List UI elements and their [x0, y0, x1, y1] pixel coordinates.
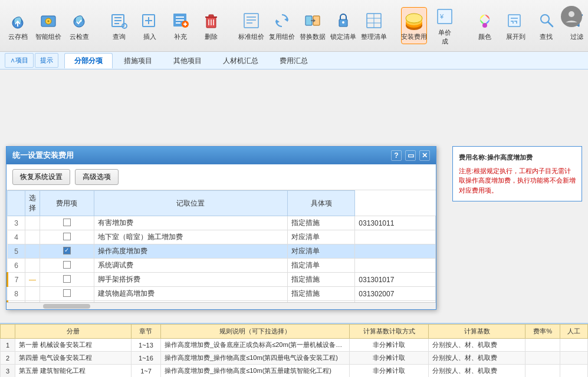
- toolbar-replace-data[interactable]: 替换数据: [300, 8, 326, 44]
- table-row-dash-icon: [25, 259, 40, 273]
- table-row-checkbox[interactable]: [63, 219, 71, 226]
- standard-price-icon: [241, 10, 262, 31]
- toolbar-install-cost[interactable]: 安装费用: [401, 7, 427, 44]
- cloud-archive-icon: [7, 10, 28, 31]
- table-row-label: 有害增加费: [94, 216, 288, 230]
- advanced-options-btn[interactable]: 高级选项: [75, 169, 119, 185]
- bottom-col-jisuan-jishu: 计算基数: [429, 325, 525, 339]
- dialog-table-container[interactable]: 选择 费用项 记取位置 具体项 3有害增加费指定措施0313010114地下室（…: [6, 190, 436, 302]
- bottom-row-fangshi: 非分摊计取: [350, 339, 429, 352]
- toolbar-cloud-check[interactable]: 云检查: [66, 8, 92, 44]
- bottom-row-jishu: 分别按人、材、机取费: [429, 352, 525, 365]
- table-row-position: 对应清单: [288, 244, 355, 259]
- svg-rect-22: [209, 15, 213, 17]
- unit-price-label: 单价成: [438, 28, 451, 46]
- toolbar-smart-price[interactable]: 智能组价: [35, 8, 61, 44]
- toolbar-cloud-archive[interactable]: 云存档: [5, 8, 31, 44]
- restore-system-btn[interactable]: 恢复系统设置: [12, 169, 70, 185]
- table-row-checkbox[interactable]: [63, 247, 71, 254]
- standard-price-label: 标准组价: [238, 32, 264, 41]
- table-row-checkbox-cell[interactable]: [40, 230, 94, 244]
- tab-feiyonghuizong[interactable]: 费用汇总: [270, 53, 318, 68]
- table-row-num: 4: [8, 230, 25, 244]
- table-row-checkbox-cell[interactable]: [40, 259, 94, 273]
- table-row[interactable]: 5操作高度增加费对应清单: [8, 244, 436, 259]
- toolbar-lock-list[interactable]: 锁定清单: [330, 8, 356, 44]
- bottom-row-feilv: [525, 339, 560, 352]
- bottom-table-row[interactable]: 3第五册 建筑智能化工程1~7操作高度增加费_操作物高度≤10m(第五册建筑智能…: [1, 365, 588, 378]
- toolbar-organize-list[interactable]: 整理清单: [361, 8, 387, 44]
- supplement-label: 补充: [174, 32, 187, 41]
- cloud-check-label: 云检查: [70, 32, 89, 41]
- table-row-checkbox-cell[interactable]: [40, 244, 94, 259]
- table-row[interactable]: 6系统调试费指定清单: [8, 259, 436, 273]
- tab-fenbufenxiang[interactable]: 分部分项: [64, 53, 113, 68]
- replace-data-label: 替换数据: [300, 32, 326, 41]
- scrollbar-thumb[interactable]: [43, 304, 90, 309]
- table-row-checkbox[interactable]: [63, 233, 71, 240]
- delete-label: 删除: [205, 32, 218, 41]
- dialog-toolbar: 恢复系统设置 高级选项: [6, 164, 436, 190]
- toolbar-query[interactable]: 查询: [106, 8, 132, 44]
- table-row-checkbox[interactable]: [63, 261, 71, 269]
- toolbar-unit-price[interactable]: ¥ 单价成: [432, 4, 458, 48]
- find-icon: [536, 10, 557, 31]
- tab-cuoshixiangmu[interactable]: 措施项目: [114, 53, 162, 68]
- bottom-col-rengong: 人工: [560, 325, 588, 339]
- user-avatar[interactable]: [561, 6, 582, 27]
- tab-qitaxiangmu[interactable]: 其他项目: [163, 53, 212, 68]
- bottom-table-row[interactable]: 2第四册 电气设备安装工程1~16操作高度增加费_操作物高度≤10m(第四册电气…: [1, 352, 588, 365]
- bottom-row-ce: 第五册 建筑智能化工程: [15, 365, 132, 378]
- toolbar-reuse-price[interactable]: 复用组价: [269, 8, 295, 44]
- table-row-checkbox[interactable]: [63, 289, 71, 297]
- table-row-position: 指定措施: [288, 287, 355, 301]
- toolbar-insert[interactable]: 插入: [137, 8, 163, 44]
- supplement-icon: [170, 10, 191, 31]
- svg-point-44: [406, 14, 422, 23]
- toolbar-standard-price[interactable]: 标准组价: [238, 8, 264, 44]
- table-row[interactable]: 4地下室（暗室）施工增加费对应清单: [8, 230, 436, 244]
- table-row-checkbox-cell[interactable]: [40, 273, 94, 287]
- tab-rencaijhuizong[interactable]: 人材机汇总: [213, 53, 268, 68]
- table-row[interactable]: 3有害增加费指定措施031301011: [8, 216, 436, 230]
- bottom-col-guize: 规则说明（可下拉选择）: [161, 325, 350, 339]
- table-row-checkbox-cell[interactable]: [40, 287, 94, 301]
- table-row[interactable]: 8建筑物超高增加费指定措施031302007: [8, 287, 436, 301]
- dialog-minimize-btn[interactable]: ▭: [405, 150, 416, 161]
- bottom-table-row[interactable]: 1第一册 机械设备安装工程1~13操作高度增加费_设备底座正或负标高≤20m(第…: [1, 339, 588, 352]
- project-indicator[interactable]: ∧项目: [5, 53, 34, 68]
- col-header-feiyongxiang: 费用项: [40, 191, 94, 216]
- bottom-row-fangshi: 非分摊计取: [350, 365, 429, 378]
- dialog-title: 统一设置安装费用: [12, 150, 74, 161]
- toolbar-expand-to[interactable]: 展开到: [502, 8, 528, 44]
- insert-icon: [139, 10, 160, 31]
- hint-indicator[interactable]: 提示: [35, 53, 58, 68]
- expand-to-label: 展开到: [506, 32, 525, 41]
- horizontal-scrollbar[interactable]: [6, 302, 436, 309]
- toolbar-find[interactable]: 查找: [533, 8, 559, 44]
- bottom-row-num: 1: [1, 339, 15, 352]
- bottom-row-ce: 第一册 机械设备安装工程: [15, 339, 132, 352]
- col-header-select: 选择: [25, 191, 40, 216]
- dialog-help-btn[interactable]: ?: [391, 150, 402, 161]
- table-row-detail: 031302007: [355, 287, 436, 301]
- table-row-checkbox-cell[interactable]: [40, 216, 94, 230]
- table-row-checkbox[interactable]: [63, 275, 71, 283]
- bottom-row-rengong: [560, 352, 588, 365]
- toolbar-supplement[interactable]: 补充: [167, 8, 193, 44]
- table-row-label: 操作高度增加费: [94, 244, 288, 259]
- install-cost-label: 安装费用: [401, 32, 427, 41]
- svg-rect-49: [508, 15, 520, 27]
- dialog-close-btn[interactable]: ✕: [419, 150, 430, 161]
- svg-point-60: [569, 11, 574, 17]
- svg-line-52: [548, 22, 553, 27]
- bottom-row-fangshi: 非分摊计取: [350, 352, 429, 365]
- toolbar-delete[interactable]: 删除: [198, 8, 224, 44]
- query-icon: [109, 10, 130, 31]
- toolbar-color[interactable]: 颜色: [472, 8, 498, 44]
- table-row[interactable]: 7—脚手架搭拆费指定措施031301017: [8, 273, 436, 287]
- table-row-num: 6: [8, 259, 25, 273]
- bottom-table-container: 分册 章节 规则说明（可下拉选择） 计算基数计取方式 计算基数 费率% 人工 1…: [0, 323, 588, 377]
- table-row-detail: [355, 244, 436, 259]
- bottom-row-guize: 操作高度增加费_操作物高度≤10m(第四册电气设备安装工程): [161, 352, 350, 365]
